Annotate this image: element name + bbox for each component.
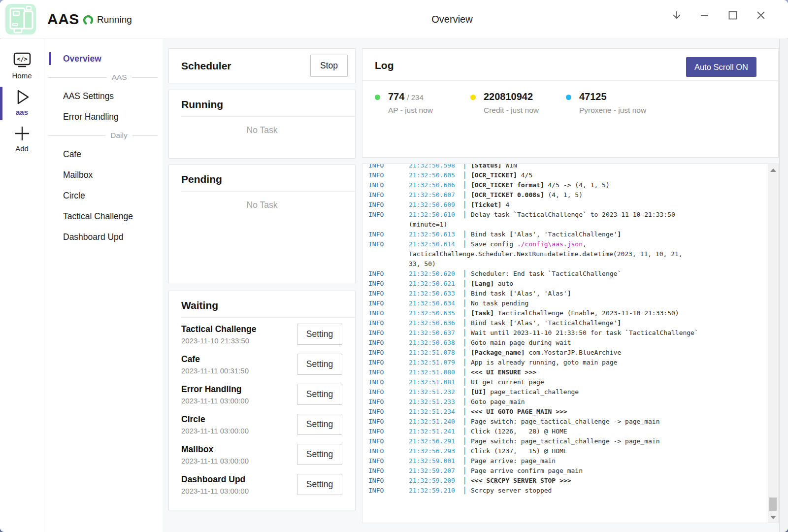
- log-level: INFO: [368, 476, 409, 486]
- log-message-segment: [UI]: [471, 388, 486, 396]
- log-time: 21:32:50.607: [409, 190, 463, 200]
- log-message-segment: Click (1226, 28) @ HOME: [471, 428, 567, 435]
- log-separator: │: [463, 377, 471, 387]
- stat-pyroxene: 47125Pyroxene - just now: [566, 91, 661, 115]
- waiting-task-cafe: Cafe2023-11-11 00:31:50Setting: [169, 351, 355, 381]
- log-time: 21:32:51.233: [409, 397, 463, 407]
- log-separator: │: [463, 387, 471, 397]
- log-message-segment: [Package_name]: [471, 349, 525, 356]
- log-line: (minute=1): [368, 220, 764, 230]
- log-message-segment: (minute=1): [409, 221, 447, 228]
- task-name: Cafe: [181, 354, 291, 365]
- log-line: TacticalChallenge.Scheduler.NextRun=date…: [368, 249, 764, 259]
- setting-button-cafe[interactable]: Setting: [297, 354, 342, 375]
- nav-item-aas-settings[interactable]: AAS Settings: [44, 86, 163, 106]
- setting-button-dashboard-upd[interactable]: Setting: [297, 474, 342, 495]
- log-message-segment: Scrcpy server stopped: [471, 487, 552, 494]
- log-line: INFO21:32:50.610│Delay task `TacticalCha…: [368, 210, 764, 220]
- nav-item-circle[interactable]: Circle: [44, 185, 163, 206]
- log-level: INFO: [368, 210, 409, 220]
- log-time: 21:32:59.209: [409, 476, 463, 486]
- log-level: INFO: [368, 417, 409, 427]
- minimize-button[interactable]: [698, 9, 711, 22]
- log-level: INFO: [368, 338, 409, 348]
- log-level: INFO: [368, 348, 409, 358]
- task-name: Circle: [181, 414, 291, 425]
- waiting-card: Waiting Tactical Challenge2023-11-10 21:…: [168, 291, 356, 510]
- download-button[interactable]: [670, 9, 683, 22]
- log-separator: │: [463, 210, 471, 220]
- log-message-segment: [: [509, 290, 513, 297]
- log-level: INFO: [368, 456, 409, 466]
- log-line: INFO21:32:59.207│Page arrive confirm pag…: [368, 466, 764, 476]
- nav-item-mailbox[interactable]: Mailbox: [44, 165, 163, 185]
- log-line: INFO21:32:51.241│Click (1226, 28) @ HOME: [368, 427, 764, 436]
- log-message-segment: [OCR_TICKET format]: [471, 181, 544, 189]
- log-level: INFO: [368, 190, 409, 200]
- log-line: INFO21:32:50.633│Bind task ['Alas', 'Ala…: [368, 289, 764, 299]
- close-button[interactable]: [755, 9, 767, 22]
- task-name: Mailbox: [181, 444, 291, 455]
- auto-scroll-button[interactable]: Auto Scroll ON: [686, 57, 756, 77]
- log-message-segment: <<< UI ENSURE >>>: [471, 368, 536, 376]
- scroll-down-icon[interactable]: [770, 516, 776, 519]
- log-line: INFO21:32:50.637│Wait until 2023-11-10 2…: [368, 328, 764, 338]
- setting-button-error-handling[interactable]: Setting: [297, 384, 342, 405]
- log-separator: │: [463, 466, 471, 476]
- log-separator: │: [463, 180, 471, 190]
- setting-button-circle[interactable]: Setting: [297, 414, 342, 435]
- log-time: 21:32:50.635: [409, 308, 463, 318]
- nav-section-daily: Daily: [44, 127, 163, 144]
- nav-item-overview[interactable]: Overview: [44, 48, 163, 69]
- icon-rail: </> Home aas Add: [0, 39, 44, 532]
- log-message-segment: 4/5 -> (4, 1, 5): [544, 181, 610, 189]
- waiting-task-mailbox: Mailbox2023-11-11 03:00:00Setting: [169, 441, 355, 471]
- log-scrollbar-thumb[interactable]: [769, 498, 777, 511]
- log-separator: │: [463, 358, 471, 367]
- log-message-segment: Wait until 2023-11-10 21:33:50 for task …: [471, 329, 698, 336]
- log-message-segment: 'Alas', 'TacticalChallenge': [513, 319, 617, 327]
- log-line: INFO21:32:50.614│Save config ./config\aa…: [368, 239, 764, 249]
- log-line: INFO21:32:50.636│Bind task ['Alas', 'Tac…: [368, 318, 764, 328]
- log-message-segment: Goto page_main: [471, 398, 525, 405]
- rail-item-aas[interactable]: aas: [0, 85, 44, 122]
- log-separator: │: [463, 318, 471, 328]
- rail-item-add[interactable]: Add: [0, 122, 44, 158]
- log-line: INFO21:32:59.001│Page arrive: page_main: [368, 456, 764, 466]
- scroll-up-icon[interactable]: [770, 168, 776, 172]
- log-separator: │: [463, 328, 471, 338]
- log-level: INFO: [368, 239, 409, 249]
- setting-button-mailbox[interactable]: Setting: [297, 444, 342, 465]
- maximize-button[interactable]: [726, 9, 739, 22]
- log-level: INFO: [368, 466, 409, 476]
- log-message-segment: [: [509, 231, 513, 238]
- log-scrollbar-track[interactable]: [768, 164, 778, 523]
- nav-item-dashboard-upd[interactable]: Dashboard Upd: [44, 227, 163, 247]
- pending-empty-text: No Task: [169, 200, 355, 210]
- log-time: 21:32:51.234: [409, 407, 463, 417]
- log-time: 21:32:51.241: [409, 427, 463, 436]
- log-message-segment: [OCR_TICKET]: [471, 171, 517, 179]
- log-separator: │: [463, 456, 471, 466]
- running-card: Running No Task: [168, 90, 356, 159]
- code-monitor-icon: </>: [0, 51, 44, 70]
- log-line: INFO21:32:51.234│<<< UI GOTO PAGE_MAIN >…: [368, 407, 764, 417]
- log-time: 21:32:50.633: [409, 289, 463, 299]
- running-spinner-icon: [83, 15, 94, 26]
- nav-item-error-handling[interactable]: Error Handling: [44, 106, 163, 127]
- log-message-segment: Click (1237, 15) @ HOME: [471, 447, 567, 455]
- nav-item-cafe[interactable]: Cafe: [44, 144, 163, 165]
- log-message-segment: ]: [567, 290, 571, 297]
- log-message-segment: ,: [583, 240, 587, 248]
- nav-item-tactical-challenge[interactable]: Tactical Challenge: [44, 206, 163, 227]
- rail-item-home[interactable]: </> Home: [0, 49, 44, 85]
- stat-value: 47125: [579, 91, 607, 102]
- log-time: 21:32:56.291: [409, 436, 463, 446]
- log-message-segment: 4: [502, 201, 510, 208]
- log-separator: │: [463, 230, 471, 239]
- waiting-task-error-handling: Error Handling2023-11-11 03:00:00Setting: [169, 381, 355, 411]
- page-scrollbar-track[interactable]: [779, 39, 788, 532]
- log-time: 21:32:50.620: [409, 269, 463, 279]
- stop-button[interactable]: Stop: [310, 55, 348, 77]
- setting-button-tactical-challenge[interactable]: Setting: [297, 324, 342, 345]
